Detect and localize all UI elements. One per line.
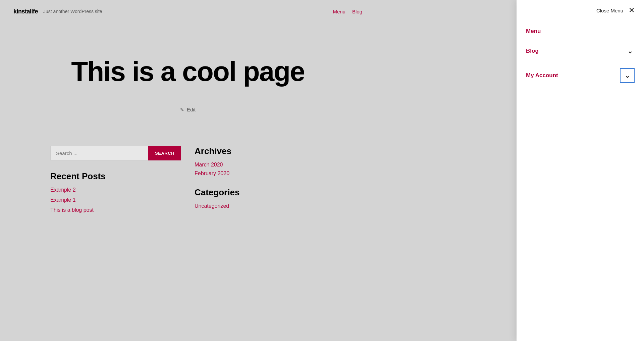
main-content: This is a cool page ✎ Edit SEARCH Recent…: [0, 0, 376, 341]
close-menu-label: Close Menu: [596, 8, 623, 13]
side-menu: Close Menu ✕ Menu Blog My Account: [517, 0, 644, 341]
list-item: Example 1: [50, 197, 181, 203]
hero-section: This is a cool page: [0, 23, 376, 107]
side-menu-nav: Menu Blog My Account: [517, 21, 644, 89]
site-tagline: Just another WordPress site: [43, 9, 102, 14]
archives-list: March 2020 February 2020: [195, 162, 325, 177]
categories-title: Categories: [195, 187, 325, 198]
menu-section-label: Menu: [517, 21, 644, 40]
menu-blog-label: Blog: [526, 48, 539, 54]
recent-post-example2[interactable]: Example 2: [50, 187, 76, 193]
archive-march-2020[interactable]: March 2020: [195, 162, 223, 167]
recent-post-example1[interactable]: Example 1: [50, 197, 76, 203]
recent-posts-list: Example 2 Example 1 This is a blog post: [50, 187, 181, 213]
category-uncategorized[interactable]: Uncategorized: [195, 203, 229, 209]
menu-myaccount-label: My Account: [526, 72, 558, 79]
list-item: February 2020: [195, 170, 325, 177]
recent-post-blog[interactable]: This is a blog post: [50, 207, 94, 213]
myaccount-chevron-icon[interactable]: [620, 68, 635, 83]
edit-link[interactable]: ✎ Edit: [180, 107, 196, 112]
left-column: SEARCH Recent Posts Example 2 Example 1 …: [50, 146, 181, 213]
list-item: Example 2: [50, 187, 181, 193]
search-button[interactable]: SEARCH: [148, 146, 181, 160]
site-name: kinstalife: [13, 8, 38, 15]
list-item: March 2020: [195, 162, 325, 168]
nav-menu-link[interactable]: Menu: [333, 9, 345, 14]
archive-february-2020[interactable]: February 2020: [195, 170, 229, 176]
categories-widget: Categories Uncategorized: [195, 187, 325, 209]
menu-item-blog[interactable]: Blog: [517, 40, 644, 62]
close-menu-button[interactable]: ✕: [629, 7, 635, 14]
recent-posts-widget: Recent Posts Example 2 Example 1 This is…: [50, 171, 181, 213]
list-item: Uncategorized: [195, 203, 325, 209]
blog-chevron-icon[interactable]: [625, 46, 635, 56]
recent-posts-title: Recent Posts: [50, 171, 181, 182]
search-input[interactable]: [50, 146, 148, 160]
header-nav: Menu Blog: [333, 9, 362, 14]
header-left: kinstalife Just another WordPress site: [13, 8, 102, 15]
nav-blog-link[interactable]: Blog: [352, 9, 362, 14]
bottom-content: SEARCH Recent Posts Example 2 Example 1 …: [37, 133, 339, 233]
search-widget: SEARCH: [50, 146, 181, 160]
list-item: This is a blog post: [50, 207, 181, 213]
categories-list: Uncategorized: [195, 203, 325, 209]
archives-title: Archives: [195, 146, 325, 156]
edit-label: Edit: [187, 107, 196, 112]
side-menu-header: Close Menu ✕: [517, 0, 644, 21]
page-title: This is a cool page: [71, 56, 305, 87]
edit-icon: ✎: [180, 107, 184, 112]
archives-widget: Archives March 2020 February 2020: [195, 146, 325, 177]
right-column: Archives March 2020 February 2020 Catego…: [195, 146, 325, 213]
menu-item-my-account[interactable]: My Account: [517, 62, 644, 89]
site-header: kinstalife Just another WordPress site M…: [0, 0, 376, 23]
edit-section: ✎ Edit: [0, 107, 376, 133]
